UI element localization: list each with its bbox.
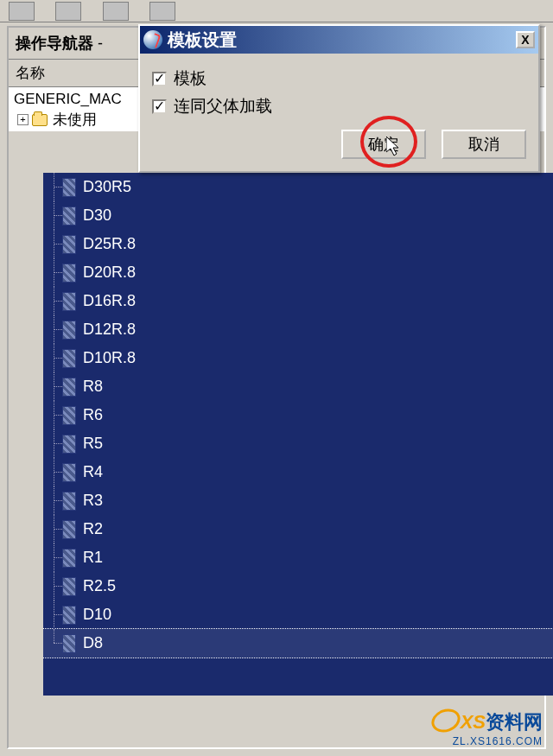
- watermark-brand: XS资料网: [431, 706, 543, 735]
- list-item[interactable]: D30R5: [43, 173, 553, 201]
- tool-label: D10R.8: [83, 349, 136, 367]
- list-item[interactable]: D30: [43, 201, 553, 230]
- tool-label: D12R.8: [83, 321, 136, 339]
- folder-icon: [32, 114, 48, 126]
- navigator-title-dash: -: [93, 35, 103, 52]
- list-item[interactable]: R4: [43, 458, 553, 486]
- watermark-url: ZL.XS1616.COM: [431, 735, 543, 747]
- tool-icon: [62, 606, 76, 625]
- tool-icon: [62, 406, 76, 425]
- list-item[interactable]: R5: [43, 429, 553, 458]
- list-item[interactable]: D12R.8: [43, 315, 553, 344]
- toolbar-button[interactable]: [149, 2, 175, 21]
- tool-icon: [62, 577, 76, 596]
- checkbox-icon[interactable]: [152, 72, 167, 86]
- watermark-rest: 资料网: [486, 711, 543, 733]
- template-checkbox-row[interactable]: 模板: [152, 67, 526, 90]
- checkbox-icon[interactable]: [152, 99, 167, 114]
- dialog-titlebar[interactable]: 模板设置 X: [140, 26, 538, 54]
- tool-icon: [62, 264, 76, 283]
- load-with-parent-checkbox-label: 连同父体加载: [174, 95, 272, 118]
- template-checkbox-label: 模板: [174, 67, 207, 90]
- watermark-xs: XS: [461, 711, 486, 733]
- list-item[interactable]: D20R.8: [43, 258, 553, 287]
- list-item[interactable]: D16R.8: [43, 287, 553, 315]
- ok-button-wrap: 确定: [341, 130, 426, 159]
- ok-button[interactable]: 确定: [341, 130, 426, 159]
- tool-icon: [62, 435, 76, 454]
- tool-list[interactable]: D30R5 D30 D25R.8 D20R.8 D16R.8 D12R.8 D1…: [43, 173, 553, 696]
- dialog-body: 模板 连同父体加载 确定 取消: [140, 54, 538, 171]
- list-item[interactable]: R1: [43, 543, 553, 572]
- tool-icon: [62, 463, 76, 482]
- tool-label: D30: [83, 206, 111, 225]
- tool-label: R3: [83, 492, 103, 510]
- tool-label: D16R.8: [83, 292, 136, 310]
- tool-icon: [62, 520, 76, 539]
- tool-label: D30R5: [83, 178, 131, 196]
- tool-label: R6: [83, 406, 103, 424]
- load-with-parent-checkbox-row[interactable]: 连同父体加载: [152, 95, 526, 118]
- tool-label: D25R.8: [83, 235, 136, 253]
- list-item[interactable]: R2: [43, 515, 553, 543]
- toolbar-button[interactable]: [103, 2, 129, 21]
- navigator-title-text: 操作导航器: [16, 35, 93, 52]
- watermark: XS资料网 ZL.XS1616.COM: [431, 706, 543, 747]
- tool-label: R2.5: [83, 577, 116, 595]
- list-item[interactable]: R6: [43, 401, 553, 429]
- dialog-button-row: 确定 取消: [152, 130, 526, 159]
- list-item[interactable]: R3: [43, 486, 553, 515]
- dialog-title: 模板设置: [168, 29, 516, 52]
- tool-icon: [62, 235, 76, 254]
- tool-icon: [62, 634, 76, 653]
- template-settings-dialog: 模板设置 X 模板 连同父体加载 确定 取消: [138, 24, 540, 173]
- tool-icon: [62, 492, 76, 511]
- list-item[interactable]: R8: [43, 372, 553, 401]
- list-item[interactable]: D25R.8: [43, 230, 553, 258]
- tool-icon: [62, 378, 76, 397]
- cancel-button[interactable]: 取消: [442, 130, 526, 159]
- tool-label: R2: [83, 520, 103, 538]
- tool-label: D20R.8: [83, 264, 136, 282]
- watermark-ring-icon: [428, 705, 463, 736]
- tool-icon: [62, 349, 76, 368]
- list-item[interactable]: D8: [43, 629, 553, 658]
- list-item[interactable]: D10: [43, 600, 553, 629]
- tool-icon: [62, 178, 76, 197]
- toolbar-button[interactable]: [55, 2, 81, 21]
- tool-label: D10: [83, 606, 111, 624]
- tool-label: R1: [83, 549, 103, 567]
- tool-icon: [62, 321, 76, 340]
- toolbar-button[interactable]: [9, 2, 35, 21]
- tool-icon: [62, 206, 76, 226]
- tool-label: R4: [83, 463, 103, 481]
- tool-icon: [62, 549, 76, 568]
- expand-icon[interactable]: +: [17, 114, 29, 125]
- top-toolbar: [0, 0, 553, 22]
- list-item[interactable]: D10R.8: [43, 344, 553, 372]
- tool-label: D8: [83, 634, 103, 652]
- unused-label: 未使用: [53, 110, 97, 130]
- close-button[interactable]: X: [516, 31, 535, 48]
- tool-icon: [62, 292, 76, 311]
- tool-label: R5: [83, 435, 103, 453]
- list-item[interactable]: R2.5: [43, 572, 553, 600]
- tool-label: R8: [83, 378, 103, 396]
- dialog-icon: [143, 30, 162, 49]
